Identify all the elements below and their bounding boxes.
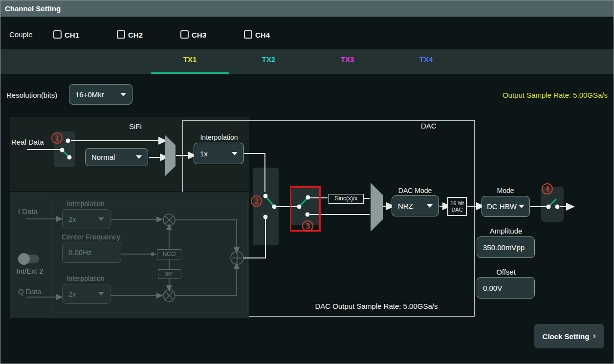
dac-mode-label: DAC Mode <box>391 187 439 194</box>
toggle-knob <box>18 253 30 265</box>
offset-label: Offset <box>477 268 535 276</box>
phase-90-label: 90° <box>165 271 174 277</box>
interpolation-label: Interpolation <box>195 133 243 141</box>
sifi-mux-icon <box>165 135 175 176</box>
q-interpolation-label: Interpolation <box>61 275 110 282</box>
nco-label: NCO <box>163 251 176 257</box>
annotation-circle-3: 3 <box>302 220 313 232</box>
clock-setting-button[interactable]: Clock Setting › <box>534 324 604 348</box>
i-interpolation-value: 2x <box>68 215 76 223</box>
sinc-filter-label: Sinc(x)/x <box>335 195 358 202</box>
chevron-down-icon <box>136 155 142 159</box>
dac-mode-dropdown[interactable]: NRZ <box>392 195 439 216</box>
channel-setting-window: Channel Setting Couple CH1 CH2 CH3 CH4 T… <box>0 0 614 364</box>
dac-16bit-line2: DAC <box>451 207 462 213</box>
output-mode-dropdown[interactable]: DC HBW <box>482 196 530 217</box>
q-interpolation-value: 2x <box>68 290 76 298</box>
offset-input[interactable]: 0.00V <box>477 277 535 299</box>
q-data-label: Q Data <box>18 287 42 296</box>
int-ext-toggle[interactable] <box>19 255 39 263</box>
int-ext-toggle-label: Int/Ext 2 <box>11 267 48 275</box>
iq-disabled-wires <box>26 214 243 301</box>
center-frequency-input: 0.00Hz <box>62 242 121 263</box>
annotation-circle-4: 4 <box>542 183 553 194</box>
dac-16bit-line1: 16-bit <box>450 200 464 206</box>
dac-mux-icon <box>371 183 383 232</box>
sifi-title: SiFi <box>129 122 149 130</box>
phase-90-box: 90° <box>158 269 180 279</box>
annotation-circle-2: 2 <box>251 195 262 207</box>
nco-box: NCO <box>157 249 181 259</box>
nco-junction-dot <box>151 253 154 256</box>
chevron-down-icon <box>98 292 104 296</box>
amplitude-label: Amplitude <box>477 227 535 235</box>
chevron-down-icon <box>232 152 238 155</box>
center-frequency-value: 0.00Hz <box>68 248 92 257</box>
sinc-filter-box: Sinc(x)/x <box>329 194 364 204</box>
i-interpolation-dropdown: 2x <box>62 209 110 229</box>
dac-16bit-box: 16-bit DAC <box>447 197 467 216</box>
sifi-mode-value: Normal <box>91 153 115 161</box>
output-mode-label: Mode <box>481 187 530 194</box>
dac-title: DAC <box>421 122 437 130</box>
offset-value: 0.00V <box>483 284 502 292</box>
chevron-down-icon <box>427 204 433 208</box>
interpolation-value: 1x <box>200 150 208 158</box>
i-interpolation-label: Interpolation <box>61 200 110 208</box>
chevron-down-icon <box>98 217 104 221</box>
output-mode-value: DC HBW <box>487 202 517 211</box>
amplitude-value: 350.00mVpp <box>483 243 525 252</box>
interpolation-dropdown[interactable]: 1x <box>194 143 244 164</box>
center-frequency-label: Center Frequency <box>60 233 122 241</box>
amplitude-input[interactable]: 350.00mVpp <box>477 236 535 258</box>
chevron-down-icon <box>519 205 525 208</box>
annotation-circle-1: 1 <box>51 132 63 144</box>
i-data-label: I Data <box>18 207 38 215</box>
clock-setting-label: Clock Setting <box>543 332 590 341</box>
dac-output-sample-rate: DAC Output Sample Rate: 5.00GSa/s <box>303 302 450 310</box>
chevron-right-icon: › <box>592 331 595 341</box>
sifi-mode-dropdown[interactable]: Normal <box>85 148 148 166</box>
dac-mode-value: NRZ <box>398 202 413 210</box>
q-interpolation-dropdown: 2x <box>62 284 110 304</box>
real-data-label: Real Data <box>11 138 44 146</box>
